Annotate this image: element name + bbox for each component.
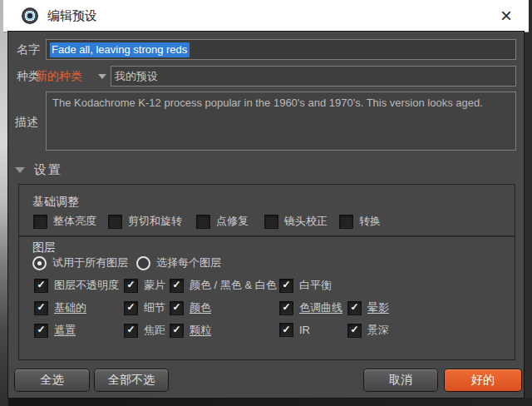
section-separator [19,235,515,237]
checkbox-checked[interactable]: ✓ [34,279,48,293]
checkbox-label[interactable]: 整体亮度 [53,214,96,229]
settings-disclosure[interactable]: 设置 [15,162,62,178]
check-mark-icon: ✓ [37,302,45,312]
checkbox-label[interactable]: 遮置 [54,323,76,338]
checkbox-cell: 点修复 [196,214,249,229]
checkbox-label[interactable]: 蒙片 [144,278,165,293]
category-input-text: 我的预设 [115,69,158,84]
radio-dot [141,261,145,265]
dialog-titlebar: 编辑预设 × [3,0,529,32]
layers-title: 图层 [32,240,56,255]
checkbox-unchecked[interactable] [33,215,47,229]
checkbox-label[interactable]: 颜色 / 黑色 & 白色 [190,278,277,293]
description-text: The Kodachrome K-12 process popular in t… [52,97,483,109]
checkbox-cell: ✓颜色 [170,300,211,315]
check-mark-icon: ✓ [172,280,180,290]
layers-checkbox-row: ✓遮置✓焦距✓颗粒✓IR✓景深 [19,323,515,338]
screen: 编辑预设 × 名字 Fade all, leaving strong reds … [0,0,532,406]
checkbox-label[interactable]: 颜色 [190,300,211,315]
settings-label: 设置 [34,162,62,178]
checkbox-unchecked[interactable] [339,215,353,229]
name-label: 名字 [17,42,40,57]
background-left [0,0,8,406]
checkbox-checked[interactable]: ✓ [34,301,48,315]
checkbox-label[interactable]: 转换 [359,214,381,229]
checkbox-cell: ✓颗粒 [170,323,211,338]
layers-radio-row: 试用于所有图层选择每个图层 [19,255,515,270]
checkbox-cell: ✓晕影 [347,300,389,315]
checkbox-checked[interactable]: ✓ [124,279,138,293]
check-mark-icon: ✓ [126,324,135,334]
close-icon[interactable]: × [500,7,512,24]
checkbox-cell: ✓遮置 [34,323,76,338]
description-textarea[interactable]: The Kodachrome K-12 process popular in t… [46,92,516,151]
radio-cell: 试用于所有图层 [32,255,128,270]
new-category-link[interactable]: 新的种类 [36,69,82,84]
ok-button[interactable]: 好的 [445,369,521,391]
checkbox-label[interactable]: 颗粒 [190,323,211,338]
checkbox-cell: 镜头校正 [264,214,328,229]
select-all-button[interactable]: 全选 [15,369,89,391]
check-mark-icon: ✓ [350,324,358,334]
checkbox-label[interactable]: 镜头校正 [284,214,328,229]
cancel-button[interactable]: 取消 [364,369,437,391]
checkbox-checked[interactable]: ✓ [279,279,293,293]
checkbox-unchecked[interactable] [108,215,122,229]
check-mark-icon: ✓ [350,302,358,312]
checkbox-label[interactable]: 色调曲线 [299,300,342,315]
category-input[interactable]: 我的预设 [111,66,516,87]
checkbox-checked[interactable]: ✓ [347,324,362,338]
disclosure-triangle-icon [15,167,25,173]
app-logo-icon [22,7,38,24]
checkbox-cell: ✓蒙片 [124,278,165,293]
radio-label[interactable]: 试用于所有图层 [52,255,128,270]
check-mark-icon: ✓ [282,324,290,334]
checkbox-checked[interactable]: ✓ [279,323,293,337]
checkbox-cell: 转换 [339,214,381,229]
checkbox-cell: ✓细节 [124,300,165,315]
checkbox-checked[interactable]: ✓ [279,301,293,315]
checkbox-cell: ✓IR [279,323,310,337]
checkbox-cell: ✓焦距 [124,323,165,338]
check-mark-icon: ✓ [172,324,180,334]
radio-selected[interactable] [32,256,47,270]
checkbox-unchecked[interactable] [264,215,278,229]
name-input[interactable]: Fade all, leaving strong reds [46,39,516,60]
checkbox-label[interactable]: 景深 [367,323,389,338]
check-mark-icon: ✓ [172,302,180,312]
checkbox-cell: ✓颜色 / 黑色 & 白色 [170,278,277,293]
checkbox-label[interactable]: 点修复 [216,214,249,229]
checkbox-checked[interactable]: ✓ [34,324,48,338]
checkbox-label[interactable]: 图层不透明度 [54,278,119,293]
checkbox-checked[interactable]: ✓ [170,279,184,293]
checkbox-label[interactable]: 白平衡 [299,278,332,293]
layers-checkbox-row: ✓图层不透明度✓蒙片✓颜色 / 黑色 & 白色✓白平衡 [19,278,515,293]
checkbox-label[interactable]: 晕影 [367,300,389,315]
category-dropdown-caret-icon[interactable] [98,74,106,79]
settings-groupbox: 基础调整 整体亮度剪切和旋转点修复镜头校正转换 图层 试用于所有图层选择每个图层… [18,184,515,360]
checkbox-label[interactable]: 剪切和旋转 [128,214,182,229]
check-mark-icon: ✓ [37,280,45,290]
checkbox-checked[interactable]: ✓ [347,301,362,315]
check-mark-icon: ✓ [37,324,45,334]
check-mark-icon: ✓ [126,280,135,290]
description-label: 描述 [15,115,38,130]
checkbox-checked[interactable]: ✓ [170,301,184,315]
checkbox-checked[interactable]: ✓ [170,324,184,338]
radio-label[interactable]: 选择每个图层 [156,255,221,270]
radio-unselected[interactable] [136,256,150,270]
checkbox-label[interactable]: 基础的 [54,300,86,315]
checkbox-label[interactable]: IR [299,324,310,336]
checkbox-cell: ✓色调曲线 [279,300,342,315]
checkbox-checked[interactable]: ✓ [124,301,138,315]
name-input-selected-text: Fade all, leaving strong reds [50,42,190,57]
deselect-all-button[interactable]: 全部不选 [95,369,168,391]
checkbox-unchecked[interactable] [196,215,210,229]
checkbox-label[interactable]: 焦距 [144,323,165,338]
checkbox-cell: 整体亮度 [33,214,96,229]
check-mark-icon: ✓ [282,302,290,312]
checkbox-cell: ✓白平衡 [279,278,332,293]
checkbox-checked[interactable]: ✓ [124,324,138,338]
check-mark-icon: ✓ [126,302,135,312]
checkbox-label[interactable]: 细节 [144,300,165,315]
